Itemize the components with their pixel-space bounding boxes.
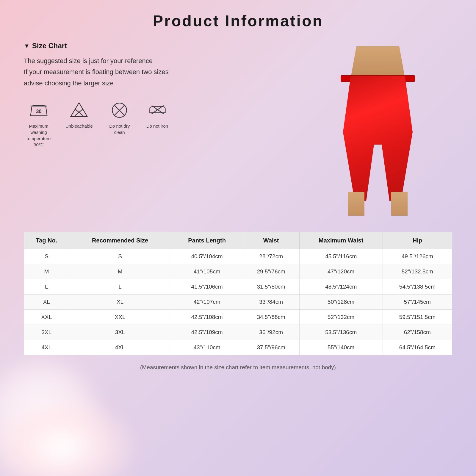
table-cell: 28"/72cm [243,249,299,264]
table-cell: XL [24,295,69,310]
table-cell: 43"/110cm [171,340,243,355]
table-cell: S [69,249,171,264]
washing-icon: 30 [29,101,48,120]
size-chart-label: Size Chart [32,42,67,50]
product-illustration [330,46,425,216]
table-cell: 53.5"/136cm [299,325,383,340]
size-chart-heading: ▼ Size Chart [24,42,202,50]
table-cell: 49.5"/126cm [383,249,452,264]
table-cell: 48.5"/124cm [299,279,383,295]
content-area: Product Information ▼ Size Chart The sug… [24,12,452,371]
svg-text:30: 30 [36,109,42,114]
table-cell: XXL [69,310,171,325]
table-cell: 59.5"/151.5cm [383,310,452,325]
table-row: LL41.5"/106cm31.5"/80cm48.5"/124cm54.5"/… [24,279,452,295]
table-cell: 42.5"/109cm [171,325,243,340]
washing-label: Maximum washingtemperature 30℃ [24,123,54,148]
table-cell: 3XL [69,325,171,340]
torso-shape [351,46,405,76]
col-header-max-waist: Maximum Waist [299,232,383,249]
footnote: (Measurements shown in the size chart re… [24,364,452,371]
col-header-hip: Hip [383,232,452,249]
table-row: MM41"/105cm29.5"/76cm47"/120cm52"/132.5c… [24,264,452,279]
size-chart-description: The suggested size is just for your refe… [24,55,202,89]
table-cell: 42"/107cm [171,295,243,310]
page-container: Product Information ▼ Size Chart The sug… [0,0,476,476]
desc-line-3: advise choosing the larger size [24,78,202,89]
col-header-length: Pants Length [171,232,243,249]
care-item-washing: 30 Maximum washingtemperature 30℃ [24,101,54,148]
table-cell: 55"/140cm [299,340,383,355]
col-header-tag: Tag No. [24,232,69,249]
iron-label: Do not iron [146,123,168,129]
care-item-dry-clean: Do not dry clean [105,101,134,135]
table-cell: 41"/105cm [171,264,243,279]
table-body: SS40.5"/104cm28"/72cm45.5"/116cm49.5"/12… [24,249,452,355]
desc-line-2: If your measurement is floating between … [24,66,202,77]
table-cell: 57"/145cm [383,295,452,310]
table-cell: L [24,279,69,295]
size-table-container: Tag No. Recommended Size Pants Length Wa… [24,232,452,355]
table-cell: 52"/132.5cm [383,264,452,279]
care-item-bleach: Unbleachable [65,101,93,129]
decorative-element-2 [0,396,137,476]
product-image-area [303,42,452,220]
no-bleach-icon [69,101,89,120]
table-cell: 37.5"/96cm [243,340,299,355]
col-header-waist: Waist [243,232,299,249]
leg-right-shape [391,192,408,216]
table-cell: 4XL [69,340,171,355]
table-cell: M [69,264,171,279]
no-dry-clean-icon [110,101,129,120]
bleach-label: Unbleachable [65,123,93,129]
size-table: Tag No. Recommended Size Pants Length Wa… [24,232,452,355]
page-title: Product Information [24,12,452,30]
table-row: SS40.5"/104cm28"/72cm45.5"/116cm49.5"/12… [24,249,452,264]
care-icons-row: 30 Maximum washingtemperature 30℃ [24,101,202,148]
table-cell: 45.5"/116cm [299,249,383,264]
table-cell: 34.5"/88cm [243,310,299,325]
table-cell: L [69,279,171,295]
top-section: ▼ Size Chart The suggested size is just … [24,42,452,220]
table-cell: XXL [24,310,69,325]
table-cell: 42.5"/108cm [171,310,243,325]
table-cell: 52"/132cm [299,310,383,325]
care-item-iron: Do not iron [146,101,168,129]
table-cell: 33"/84cm [243,295,299,310]
table-row: 4XL4XL43"/110cm37.5"/96cm55"/140cm64.5"/… [24,340,452,355]
table-cell: XL [69,295,171,310]
table-cell: 47"/120cm [299,264,383,279]
table-cell: 29.5"/76cm [243,264,299,279]
leg-left-shape [348,192,364,216]
table-cell: S [24,249,69,264]
desc-line-1: The suggested size is just for your refe… [24,55,202,66]
table-header-row: Tag No. Recommended Size Pants Length Wa… [24,232,452,249]
table-cell: 36"/92cm [243,325,299,340]
table-row: XXLXXL42.5"/108cm34.5"/88cm52"/132cm59.5… [24,310,452,325]
triangle-icon: ▼ [24,43,30,49]
dry-clean-label: Do not dry clean [105,123,134,135]
table-cell: 40.5"/104cm [171,249,243,264]
col-header-recommended: Recommended Size [69,232,171,249]
table-cell: 64.5"/164.5cm [383,340,452,355]
table-cell: 41.5"/106cm [171,279,243,295]
left-info-panel: ▼ Size Chart The suggested size is just … [24,42,202,148]
table-cell: 50"/128cm [299,295,383,310]
table-cell: M [24,264,69,279]
table-cell: 31.5"/80cm [243,279,299,295]
table-cell: 4XL [24,340,69,355]
table-cell: 62"/158cm [383,325,452,340]
table-cell: 3XL [24,325,69,340]
table-row: 3XL3XL42.5"/109cm36"/92cm53.5"/136cm62"/… [24,325,452,340]
table-cell: 54.5"/138.5cm [383,279,452,295]
table-row: XLXL42"/107cm33"/84cm50"/128cm57"/145cm [24,295,452,310]
no-iron-icon [148,101,167,120]
pants-shape [339,76,416,201]
